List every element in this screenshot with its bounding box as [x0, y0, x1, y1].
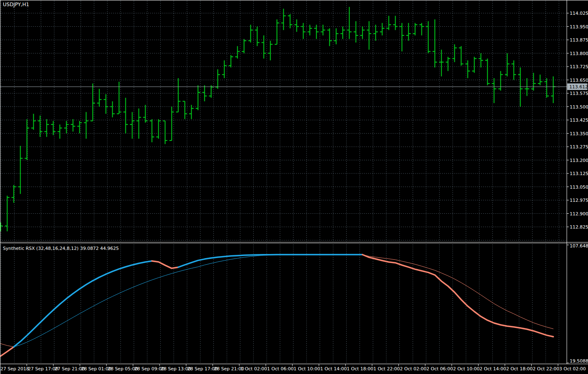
- indicator-label: Synthetic RSX (32,48,16,24,8,12) 39.0872…: [3, 246, 119, 251]
- symbol-timeframe-title: USDJPY,H1: [3, 2, 29, 7]
- indicator-panel-region[interactable]: [0, 244, 567, 364]
- mt4-chart-window: 114.025113.950113.875113.800113.725113.6…: [0, 0, 588, 374]
- time-axis[interactable]: [0, 364, 588, 374]
- price-axis[interactable]: [567, 0, 588, 364]
- panel-splitter[interactable]: [0, 242, 588, 244]
- chart-area[interactable]: 114.025113.950113.875113.800113.725113.6…: [0, 0, 588, 374]
- main-chart-region[interactable]: [0, 0, 567, 242]
